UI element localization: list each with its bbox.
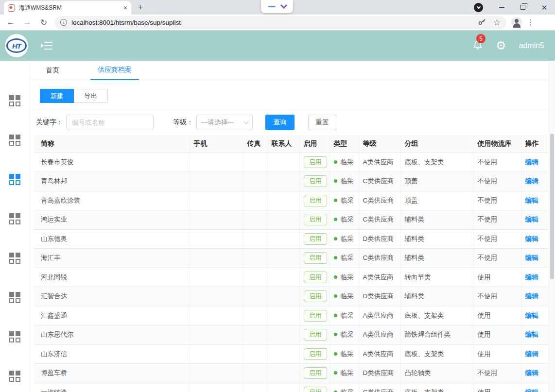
- supplier-name: 青岛林邦: [34, 172, 190, 191]
- tab-home[interactable]: 首页: [45, 61, 60, 80]
- reload-icon[interactable]: ↻: [38, 17, 50, 28]
- export-button[interactable]: 导出: [74, 89, 108, 103]
- fax-cell: [243, 287, 267, 307]
- supplier-name: 海汇丰: [34, 249, 190, 268]
- bookmark-star-icon[interactable]: ☆: [493, 18, 501, 27]
- level-cell: C类供应商: [359, 383, 400, 392]
- page-tab-strip: 首页 供应商档案: [30, 61, 555, 80]
- edit-link[interactable]: 编辑: [525, 273, 538, 281]
- sidebar-item-3-grid-icon[interactable]: [9, 174, 21, 186]
- fax-cell: [243, 172, 267, 191]
- logistics-cell: 使用: [473, 344, 521, 364]
- column-header: 手机: [190, 135, 243, 153]
- filter-bar: 关键字： 等级： ---请选择--- 查询 重置: [30, 115, 555, 130]
- chevron-down-icon[interactable]: [280, 2, 287, 9]
- enabled-badge: 启用: [304, 290, 327, 302]
- level-cell: A类供应商: [359, 268, 400, 287]
- edit-link[interactable]: 编辑: [525, 158, 538, 166]
- logistics-cell: 不使用: [473, 287, 521, 307]
- sidebar-item-4-grid-icon[interactable]: [9, 213, 21, 225]
- chevron-down-icon: [244, 119, 249, 124]
- sidebar-item-7-grid-icon[interactable]: [9, 331, 21, 343]
- group-cell: 辅料类: [400, 229, 473, 249]
- type-cell: 临采: [330, 364, 359, 383]
- fax-cell: [243, 210, 267, 230]
- group-cell: 顶盖: [400, 172, 473, 191]
- edit-link[interactable]: 编辑: [525, 312, 538, 319]
- new-tab-button[interactable]: +: [138, 2, 143, 13]
- edit-link[interactable]: 编辑: [525, 216, 538, 223]
- page-scrollbar[interactable]: [549, 61, 555, 392]
- forward-icon[interactable]: →: [21, 17, 33, 27]
- edit-link[interactable]: 编辑: [525, 235, 538, 242]
- edit-link[interactable]: 编辑: [525, 177, 538, 185]
- enabled-badge: 启用: [304, 310, 327, 322]
- column-header: 等级: [359, 135, 400, 153]
- contact-cell: [267, 325, 299, 345]
- username[interactable]: admin5: [519, 41, 544, 50]
- notification-bell[interactable]: 5: [472, 39, 483, 52]
- table-row: 汇鑫盛通启用临采A类供应商底板、支架类使用编辑: [34, 306, 548, 325]
- restore-button[interactable]: [512, 0, 534, 15]
- reset-button[interactable]: 重置: [308, 115, 336, 130]
- edit-link[interactable]: 编辑: [525, 389, 538, 392]
- profile-avatar[interactable]: [511, 17, 522, 28]
- group-cell: 辅料类: [400, 249, 473, 268]
- app-logo[interactable]: HT: [5, 34, 28, 57]
- sidebar-item-6-grid-icon[interactable]: [9, 292, 21, 304]
- query-button[interactable]: 查询: [265, 115, 295, 130]
- edit-link[interactable]: 编辑: [525, 197, 538, 204]
- recorder-widget[interactable]: [261, 0, 293, 13]
- status-dot-icon: [334, 237, 337, 240]
- level-select[interactable]: ---请选择---: [196, 115, 253, 130]
- minimize-button[interactable]: [491, 0, 512, 15]
- level-cell: C类供应商: [359, 172, 400, 191]
- supplier-name: 山东德奥: [34, 229, 190, 249]
- supplier-table: 简称手机传真联系人启用类型等级分组使用物流库操作 长春市英俊启用临采A类供应商底…: [34, 135, 548, 392]
- type-cell: 临采: [330, 249, 359, 268]
- contact-cell: [267, 268, 299, 287]
- back-icon[interactable]: ←: [5, 17, 17, 27]
- contact-cell: [267, 344, 299, 364]
- menu-fold-icon[interactable]: [41, 41, 52, 50]
- sidebar-item-2-grid-icon[interactable]: [9, 135, 21, 146]
- level-select-value: ---请选择---: [201, 118, 234, 127]
- status-dot-icon: [334, 294, 337, 298]
- type-cell: 临采: [330, 306, 359, 325]
- keyword-input[interactable]: [66, 115, 154, 130]
- url-text[interactable]: localhost:8001/htsrm/base/sup/suplist: [71, 19, 473, 26]
- scrollbar-thumb[interactable]: [550, 134, 554, 279]
- tab-close-icon[interactable]: ×: [123, 4, 127, 12]
- sidebar-item-1-grid-icon[interactable]: [9, 95, 21, 107]
- type-cell: 临采: [330, 268, 359, 287]
- site-info-icon[interactable]: i: [60, 19, 67, 26]
- level-cell: A类供应商: [359, 153, 400, 172]
- mobile-cell: [190, 153, 243, 172]
- sidebar-item-8-grid-icon[interactable]: [9, 371, 21, 382]
- browser-menu-icon[interactable]: ⋮: [527, 18, 534, 27]
- edit-link[interactable]: 编辑: [525, 350, 538, 358]
- edit-link[interactable]: 编辑: [525, 254, 538, 261]
- close-button[interactable]: ✕: [534, 0, 555, 15]
- contact-cell: [267, 210, 299, 230]
- contact-cell: [267, 364, 299, 383]
- edit-link[interactable]: 编辑: [525, 369, 538, 376]
- sidebar-item-5-grid-icon[interactable]: [9, 253, 21, 264]
- new-button[interactable]: 新建: [40, 89, 74, 103]
- url-omnibox[interactable]: i localhost:8001/htsrm/base/sup/suplist …: [54, 16, 506, 29]
- group-cell: 底板、支架类: [400, 344, 473, 364]
- level-cell: D类供应商: [359, 229, 400, 249]
- media-control-icon[interactable]: [474, 3, 483, 12]
- table-row: 海汇丰启用临采C类供应商辅料类不使用编辑: [34, 249, 548, 268]
- mobile-cell: [190, 287, 243, 307]
- group-cell: 辅料类: [400, 287, 473, 307]
- level-label: 等级：: [173, 118, 193, 127]
- password-key-icon[interactable]: [478, 18, 486, 27]
- tab-supplier-archive[interactable]: 供应商档案: [90, 61, 139, 80]
- edit-link[interactable]: 编辑: [525, 292, 538, 300]
- settings-gear-icon[interactable]: ⚙: [496, 40, 506, 51]
- edit-link[interactable]: 编辑: [525, 331, 538, 338]
- browser-tab[interactable]: 海通WMS&SRM ×: [4, 1, 131, 15]
- recorder-pause-icon[interactable]: [268, 6, 276, 7]
- status-dot-icon: [334, 256, 337, 259]
